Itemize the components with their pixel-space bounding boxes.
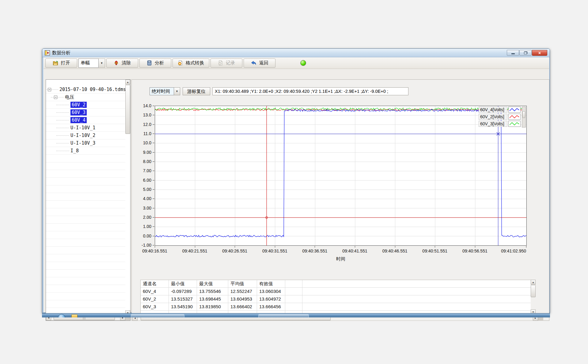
x-tick-label: 09:40:41.551 [342, 248, 367, 253]
restore-icon [524, 51, 527, 54]
tree-connector [56, 135, 69, 136]
tree-empty-row [46, 185, 125, 193]
table-cell: 最小值 [169, 280, 197, 288]
table-cell: 有效值 [257, 280, 285, 288]
table-vertical-scrollbar[interactable]: ▲ ▼ [531, 280, 536, 314]
tree-empty-row [46, 254, 125, 262]
table-cell: 13.604972 [257, 295, 285, 303]
cursor-reset-button[interactable]: 游标复位 [183, 87, 210, 95]
legend-item-label[interactable]: 60V_2[Volts] [479, 114, 507, 120]
analyze-button[interactable]: 分析 [139, 59, 171, 68]
tree-expander-icon[interactable] [48, 88, 51, 91]
legend-line-icon[interactable] [508, 107, 521, 113]
table-cell [285, 288, 302, 295]
tree-item-label[interactable]: 60V_3 [70, 109, 87, 116]
table-cell [285, 280, 302, 288]
tree-vertical-scrollbar[interactable]: ▲ ▼ [125, 80, 130, 315]
tree-item-label[interactable]: 60V_4 [70, 117, 87, 123]
legend-item-label[interactable]: 60V_3[Volts] [479, 121, 507, 127]
legend-item[interactable]: 60V_4[Volts] [479, 107, 521, 113]
tree-expander-icon[interactable] [54, 96, 57, 99]
restore-button[interactable] [519, 50, 532, 56]
window-title: 数据分析 [52, 50, 70, 56]
y-tick-mark [153, 199, 154, 199]
y-tick-label: 0.00 [133, 233, 151, 238]
y-tick-label: 1.00 [133, 224, 151, 229]
table-cell: 最大值 [197, 280, 228, 288]
x-tick-mark [526, 246, 526, 248]
taskbar-window-button [131, 314, 184, 317]
tree-empty-row [46, 193, 125, 201]
minimize-button[interactable] [507, 50, 519, 56]
y-tick-label: -1.00 [133, 243, 151, 248]
x-tick-mark [395, 246, 395, 248]
x-tick-label: 09:40:21.551 [182, 248, 207, 253]
tree-item-label[interactable]: U-I-10V_3 [70, 140, 95, 146]
legend-line-icon[interactable] [508, 121, 521, 127]
tree-empty-row [46, 162, 125, 170]
y-tick-mark [153, 152, 154, 153]
tree-item-label[interactable]: 2015-07-10 09-40-16.tdms [59, 87, 125, 92]
graph-pane: 绝对时间 ▼ 游标复位 X1: 09:40:30.489 ;Y1: 2.0E+0… [131, 79, 549, 321]
clear-button[interactable]: 清除 [106, 59, 138, 68]
record-button[interactable]: 记录 [211, 59, 242, 68]
tree-item[interactable]: I_8 [46, 147, 125, 155]
legend-scroll-thumb[interactable] [522, 111, 525, 118]
legend-item[interactable]: 60V_3[Volts] [479, 121, 521, 127]
y-tick-label: 5.00 [133, 187, 151, 192]
y-tick-mark [153, 171, 154, 171]
close-button[interactable]: × [532, 50, 547, 56]
analyze-button-label: 分析 [155, 60, 164, 66]
legend-scrollbar[interactable] [522, 107, 526, 127]
format-convert-button[interactable]: 格式转换 [173, 59, 209, 68]
title-bar[interactable]: 数据分析 × [42, 49, 550, 57]
display-mode-combo[interactable]: 单幅 ▼ [78, 59, 105, 68]
series-60V_4[Volts] [155, 110, 526, 237]
tree-item[interactable]: U-I-10V_1 [46, 124, 125, 132]
table-vscroll-thumb[interactable] [531, 285, 536, 297]
chevron-down-icon[interactable]: ▼ [99, 59, 105, 68]
table-cell: 13.755546 [197, 288, 228, 295]
tree-item[interactable]: 2015-07-10 09-40-16.tdms [46, 86, 125, 93]
tree-item[interactable]: 60V_2 [46, 101, 125, 109]
table-cell: 13.515327 [169, 295, 197, 303]
tree-vscroll-thumb[interactable] [125, 85, 130, 134]
tree-connector [56, 151, 69, 151]
tree-item-label[interactable]: I_8 [70, 148, 79, 154]
tree-item-label[interactable]: U-I-10V_1 [70, 125, 95, 131]
taskbar[interactable] [42, 313, 550, 317]
tree-item[interactable]: U-I-10V_3 [46, 139, 125, 147]
open-button-label: 打开 [61, 60, 70, 66]
tree-item[interactable]: 60V_3 [46, 109, 125, 116]
legend-item-label[interactable]: 60V_4[Volts] [479, 107, 507, 113]
waveform-plot[interactable] [155, 106, 527, 246]
convert-file-icon [178, 60, 183, 66]
scroll-up-icon[interactable]: ▲ [125, 80, 130, 85]
back-button[interactable]: 返回 [244, 59, 275, 68]
table-cell [285, 303, 302, 311]
chevron-down-icon[interactable]: ▼ [174, 87, 180, 95]
x-tick-label: 09:40:51.551 [422, 248, 447, 253]
tree-item-label[interactable]: U-I-10V_2 [70, 133, 95, 138]
scroll-up-icon[interactable]: ▲ [531, 280, 536, 285]
tree-empty-row [46, 178, 125, 185]
display-mode-value[interactable]: 单幅 [78, 59, 99, 68]
back-button-label: 返回 [259, 60, 268, 66]
legend-item[interactable]: 60V_2[Volts] [479, 114, 521, 120]
tree-empty-row [46, 270, 125, 277]
plot-legend: 60V_4[Volts]60V_2[Volts]60V_3[Volts] [479, 107, 526, 127]
back-arrow-icon [251, 60, 256, 66]
legend-line-icon[interactable] [508, 114, 521, 120]
minimize-icon [511, 53, 515, 54]
tree-empty-row [46, 247, 125, 254]
open-button[interactable]: 打开 [45, 59, 77, 68]
x-tick-label: 09:40:46.551 [382, 248, 408, 253]
tree-item[interactable]: 60V_4 [46, 116, 125, 124]
tree-item-label[interactable]: 60V_2 [70, 102, 87, 108]
cursor-readout: X1: 09:40:30.489 ;Y1: 2.0E+0 ;X2: 09:40:… [212, 87, 408, 95]
tree-item[interactable]: U-I-10V_2 [46, 132, 125, 139]
time-mode-combo[interactable]: 绝对时间 [150, 87, 174, 95]
tree-item-label[interactable]: 电压 [65, 94, 74, 100]
tree-item[interactable]: 电压 [46, 93, 125, 101]
channel-tree[interactable]: 2015-07-10 09-40-16.tdms电压60V_260V_360V_… [46, 80, 125, 315]
